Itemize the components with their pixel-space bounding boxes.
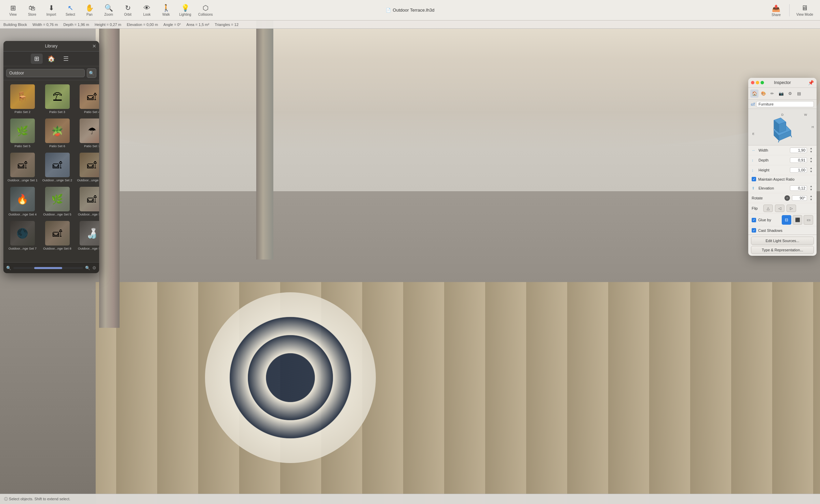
inspector-tab-edit[interactable]: ✏ (768, 89, 776, 98)
width-stepper[interactable]: ▲ ▼ (809, 147, 813, 154)
library-item-lounge7[interactable]: 🌑 Outdoor...nge Set 7 (6, 220, 39, 252)
library-tab-list[interactable]: ☰ (60, 54, 72, 64)
rotate-stepper[interactable]: ▲ ▼ (809, 195, 813, 201)
edit-light-sources-button[interactable]: Edit Light Sources... (751, 237, 814, 245)
window-title: 📄 Outdoor Terrace.lh3d (386, 8, 435, 13)
flip-vertical-button[interactable]: ◁ (775, 205, 784, 212)
rotate-indicator[interactable]: ⟳ (784, 195, 790, 201)
library-item-patio7[interactable]: ☂ Patio Set 7 (76, 117, 99, 149)
library-tab-icon[interactable]: 🏠 (44, 54, 58, 64)
toolbar-btn-store[interactable]: 🛍 Store (23, 3, 41, 18)
library-scrollbar-area: 🔍 🔍 ⚙ (3, 262, 99, 273)
elevation-up[interactable]: ▲ (809, 185, 813, 188)
toolbar-btn-view[interactable]: ⊞ View (4, 2, 22, 18)
library-item-lounge1[interactable]: 🛋 Outdoor...unge Set 1 (6, 151, 39, 183)
cast-shadows-checkbox[interactable]: ✓ (752, 228, 756, 233)
toolbar-btn-orbit[interactable]: ↻ Orbit (119, 2, 137, 18)
scroll-track[interactable] (13, 267, 83, 269)
library-search-button[interactable]: 🔍 (87, 68, 96, 78)
inspector-tab-materials[interactable]: 🎨 (759, 89, 767, 98)
width-down[interactable]: ▼ (809, 150, 813, 154)
scene-floor (96, 282, 820, 504)
library-item-lounge9[interactable]: 🍶 Outdoor...nge Set 9 (76, 220, 99, 252)
inspector-tab-extra[interactable]: ▤ (795, 89, 803, 98)
toolbar-btn-zoom[interactable]: 🔍 Zoom (100, 2, 118, 18)
library-item-lounge5[interactable]: 🌿 Outdoor...nge Set 5 (41, 185, 74, 218)
depth-input[interactable] (790, 157, 807, 163)
toolbar-btn-pan[interactable]: ✋ Pan (81, 2, 98, 18)
library-tab-grid[interactable]: ⊞ (31, 54, 43, 64)
library-item-lounge2[interactable]: 🛋 Outdoor...unge Set 2 (41, 151, 74, 183)
glue-floor-button[interactable]: ⊟ (782, 215, 791, 225)
library-category-dropdown[interactable]: Outdoor (6, 69, 85, 77)
width-input[interactable] (790, 148, 807, 153)
height-stepper[interactable]: ▲ ▼ (809, 167, 813, 173)
height-down[interactable]: ▼ (809, 170, 813, 173)
inspector-titlebar: Inspector 📌 (748, 78, 817, 88)
rotate-up[interactable]: ▲ (809, 195, 813, 198)
dim-h-label: H (812, 125, 814, 129)
toolbar-btn-import[interactable]: ⬇ Import (42, 2, 60, 18)
share-button[interactable]: 📤 Share (767, 3, 785, 18)
width-up[interactable]: ▲ (809, 147, 813, 150)
maintain-aspect-label: Maintain Aspect Ratio (758, 177, 794, 181)
inspector-tab-furniture[interactable]: 🏠 (750, 89, 758, 98)
library-item-lounge3[interactable]: 🛋 Outdoor...unge Set 3 (76, 151, 99, 183)
maximize-dot[interactable] (761, 81, 764, 84)
lib-label-lounge2: Outdoor...unge Set 2 (42, 178, 72, 182)
lib-label-patio7: Patio Set 7 (77, 144, 99, 148)
viewmode-button[interactable]: 🖥 View Mode (794, 3, 816, 18)
height-up[interactable]: ▲ (809, 167, 813, 170)
toolbar-btn-lighting[interactable]: 💡 Lighting (176, 2, 194, 18)
category-select[interactable]: Furniture (756, 101, 814, 107)
flip-horizontal-button[interactable]: △ (763, 205, 773, 212)
maintain-aspect-checkbox[interactable]: ✓ (752, 177, 756, 181)
elevation-stepper[interactable]: ▲ ▼ (809, 185, 813, 192)
library-item-lounge6[interactable]: 🛋 Outdoor...nge Set 6 (76, 185, 99, 218)
close-dot[interactable] (751, 81, 754, 84)
depth-stepper[interactable]: ▲ ▼ (809, 157, 813, 164)
rotate-down[interactable]: ▼ (809, 198, 813, 201)
library-item-patio3[interactable]: ⛱ Patio Set 3 (41, 83, 74, 115)
height-input[interactable] (790, 167, 807, 173)
toolbar-btn-walk[interactable]: 🚶 Walk (157, 2, 175, 18)
info-item: Height = 0,27 m (95, 23, 121, 27)
maintain-aspect-row: ✓ Maintain Aspect Ratio (748, 175, 817, 183)
height-label: Height (758, 168, 788, 172)
elevation-input[interactable] (790, 185, 807, 191)
depth-down[interactable]: ▼ (809, 160, 813, 164)
library-item-patio6[interactable]: 🪴 Patio Set 6 (41, 117, 74, 149)
inspector-pin-icon[interactable]: 📌 (808, 80, 814, 85)
main-viewport[interactable] (0, 0, 820, 504)
type-representation-button[interactable]: Type & Representation... (751, 246, 814, 254)
elevation-down[interactable]: ▼ (809, 188, 813, 192)
toolbar-btn-select[interactable]: ↖ Select (62, 2, 79, 18)
library-item-patio4[interactable]: 🛋 Patio Set 4 (76, 83, 99, 115)
scroll-plus-icon[interactable]: 🔍 (85, 266, 90, 270)
inspector-tab-camera[interactable]: 📷 (777, 89, 785, 98)
inspector-tab-settings[interactable]: ⚙ (786, 89, 794, 98)
library-item-lounge8[interactable]: 🛋 Outdoor...nge Set 8 (41, 220, 74, 252)
inspector-toolbar: 🏠 🎨 ✏ 📷 ⚙ ▤ (748, 88, 817, 100)
library-item-patio2[interactable]: 🪑 Patio Set 2 (6, 83, 39, 115)
width-field-row: ↔ Width ▲ ▼ (748, 145, 817, 155)
flip-depth-button[interactable]: ▷ (787, 205, 796, 212)
minimize-dot[interactable] (756, 81, 759, 84)
glue-by-label: Glue by (758, 218, 771, 222)
rotate-input[interactable] (792, 195, 807, 201)
inspector-traffic-lights (751, 81, 764, 84)
toolbar-btn-look[interactable]: 👁 Look (138, 3, 156, 18)
glue-wall-button[interactable]: ▭ (804, 215, 813, 225)
svg-line-9 (791, 136, 792, 137)
depth-up[interactable]: ▲ (809, 157, 813, 160)
library-item-patio5[interactable]: 🌿 Patio Set 5 (6, 117, 39, 149)
glue-by-checkbox[interactable]: ✓ (752, 218, 756, 222)
toolbar-btn-collisions[interactable]: ⬡ Collisions (195, 2, 216, 18)
glue-ceiling-button[interactable]: ⬛ (793, 215, 802, 225)
library-item-lounge4[interactable]: 🔥 Outdoor...nge Set 4 (6, 185, 39, 218)
width-label: Width (758, 148, 788, 152)
scroll-settings-icon[interactable]: ⚙ (92, 265, 96, 270)
library-close-button[interactable]: ✕ (92, 43, 96, 49)
lib-thumb-lounge5: 🌿 (45, 187, 70, 211)
scroll-minus-icon[interactable]: 🔍 (6, 266, 11, 270)
